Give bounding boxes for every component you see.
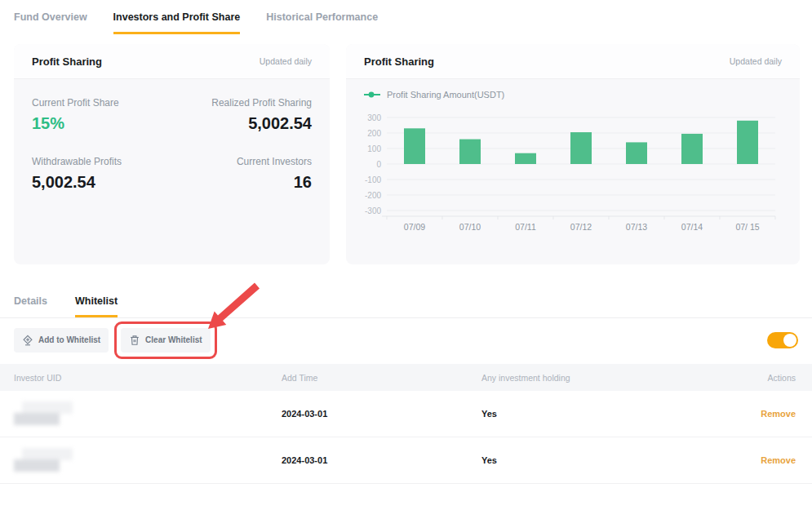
tab-fund-overview[interactable]: Fund Overview: [14, 11, 87, 34]
legend-line-dot-icon: [364, 91, 380, 98]
investor-uid-cell: [14, 401, 282, 426]
svg-text:07/09: 07/09: [404, 222, 425, 232]
svg-text:07/10: 07/10: [459, 222, 481, 232]
column-header-investor-uid: Investor UID: [14, 373, 282, 383]
holding-cell: Yes: [481, 409, 706, 419]
svg-text:07/ 15: 07/ 15: [735, 222, 759, 232]
add-to-whitelist-icon: [22, 335, 33, 346]
chart-legend: Profit Sharing Amount(USDT): [346, 79, 800, 100]
holding-cell: Yes: [481, 455, 706, 465]
redacted-uid: [14, 448, 79, 472]
profit-sharing-bar-chart: 3002001000-100-200-30007/0907/1007/1107/…: [357, 101, 798, 242]
section-tab-bar: Details Whitelist: [0, 295, 812, 318]
svg-text:07/14: 07/14: [681, 222, 703, 232]
svg-text:0: 0: [376, 160, 381, 169]
remove-link[interactable]: Remove: [706, 455, 796, 465]
clear-whitelist-button[interactable]: Clear Whitelist: [121, 328, 210, 353]
whitelist-table: Investor UID Add Time Any investment hol…: [0, 364, 812, 484]
whitelist-toggle[interactable]: [767, 332, 798, 348]
chart-card-header: Profit Sharing Updated daily: [346, 44, 800, 79]
column-header-add-time: Add Time: [282, 373, 481, 383]
profit-sharing-stats-card: Profit Sharing Updated daily Current Pro…: [14, 44, 330, 264]
profit-sharing-chart-card: Profit Sharing Updated daily Profit Shar…: [346, 44, 800, 264]
stat-label: Withdrawable Profits: [32, 156, 172, 167]
stat-current-investors: Current Investors 16: [172, 156, 313, 192]
remove-link[interactable]: Remove: [706, 409, 796, 419]
stats-card-title: Profit Sharing: [32, 55, 102, 68]
svg-text:07/13: 07/13: [626, 222, 647, 232]
svg-text:300: 300: [367, 113, 381, 122]
clear-whitelist-label: Clear Whitelist: [145, 335, 202, 344]
svg-text:-300: -300: [365, 206, 381, 215]
svg-text:200: 200: [367, 129, 381, 138]
svg-text:-100: -100: [365, 175, 381, 184]
cards-row: Profit Sharing Updated daily Current Pro…: [14, 44, 800, 264]
tab-details[interactable]: Details: [14, 295, 47, 317]
table-row: 2024-03-01 Yes Remove: [0, 391, 812, 437]
svg-text:-200: -200: [365, 191, 381, 200]
add-to-whitelist-button[interactable]: Add to Whitelist: [14, 328, 109, 353]
stats-card-header: Profit Sharing Updated daily: [14, 44, 330, 79]
column-header-actions: Actions: [706, 373, 796, 383]
stat-label: Current Profit Share: [32, 97, 172, 109]
stats-grid: Current Profit Share 15% Realized Profit…: [14, 79, 330, 192]
table-row: 2024-03-01 Yes Remove: [0, 437, 812, 484]
stats-card-updated-badge: Updated daily: [260, 56, 312, 66]
add-time-cell: 2024-03-01: [282, 455, 481, 465]
tab-investors-profit-share[interactable]: Investors and Profit Share: [113, 11, 241, 34]
stat-value: 5,002.54: [172, 114, 313, 133]
add-time-cell: 2024-03-01: [282, 409, 481, 419]
svg-text:07/11: 07/11: [515, 222, 536, 232]
tab-historical-performance[interactable]: Historical Performance: [266, 11, 378, 34]
stat-value: 15%: [32, 114, 172, 133]
chart-card-updated-badge: Updated daily: [730, 56, 782, 66]
stat-value: 5,002.54: [32, 173, 172, 192]
page: Fund Overview Investors and Profit Share…: [0, 0, 812, 510]
legend-label: Profit Sharing Amount(USDT): [387, 90, 504, 100]
redacted-uid: [14, 401, 79, 426]
table-header-row: Investor UID Add Time Any investment hol…: [0, 364, 812, 391]
stat-current-profit-share: Current Profit Share 15%: [32, 97, 172, 133]
tab-whitelist[interactable]: Whitelist: [75, 295, 118, 317]
whitelist-toolbar: Add to Whitelist Clear Whitelist: [14, 327, 798, 353]
svg-text:07/12: 07/12: [570, 222, 592, 232]
stat-value: 16: [172, 173, 313, 192]
stat-realized-profit-sharing: Realized Profit Sharing 5,002.54: [172, 97, 313, 133]
add-to-whitelist-label: Add to Whitelist: [38, 335, 100, 344]
svg-text:100: 100: [367, 144, 381, 153]
stat-label: Current Investors: [172, 156, 313, 167]
column-header-investment-holding: Any investment holding: [481, 373, 706, 383]
toggle-knob: [783, 334, 796, 347]
clear-whitelist-wrap: Clear Whitelist: [121, 328, 210, 353]
chart-card-title: Profit Sharing: [364, 55, 434, 68]
top-tab-bar: Fund Overview Investors and Profit Share…: [0, 0, 812, 34]
trash-icon: [129, 335, 140, 346]
stat-label: Realized Profit Sharing: [172, 97, 313, 109]
stat-withdrawable-profits: Withdrawable Profits 5,002.54: [32, 156, 172, 192]
investor-uid-cell: [14, 448, 282, 472]
